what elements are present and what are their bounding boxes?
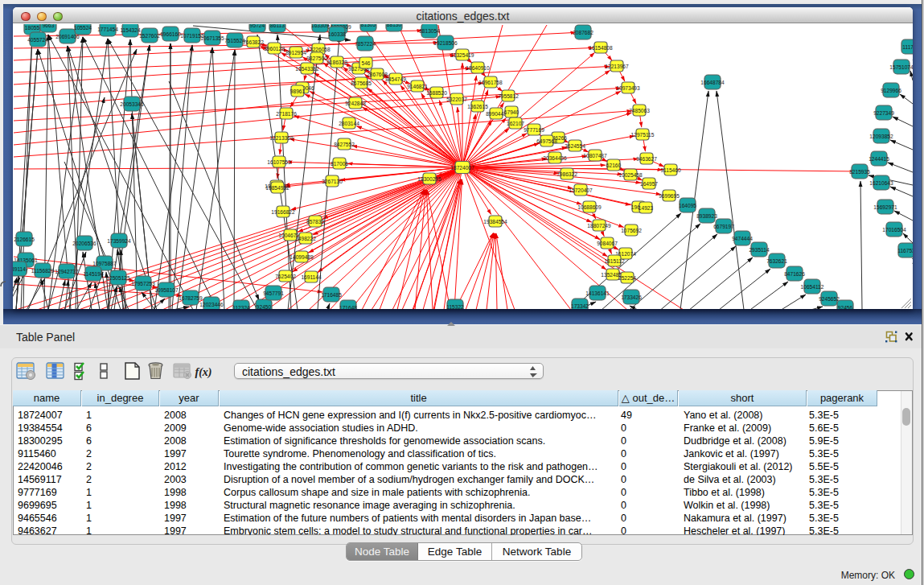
svg-text:12023446: 12023446 <box>199 302 224 307</box>
svg-text:16782759: 16782759 <box>179 295 203 301</box>
svg-text:1362615: 1362615 <box>467 104 488 109</box>
svg-text:18640910: 18640910 <box>466 65 490 71</box>
svg-text:20053346: 20053346 <box>120 101 144 107</box>
svg-text:9129966: 9129966 <box>881 88 901 93</box>
svg-text:171648: 171648 <box>339 305 357 309</box>
svg-text:39114: 39114 <box>13 266 26 272</box>
svg-text:8912954: 8912954 <box>285 50 306 56</box>
svg-text:19384554: 19384554 <box>483 219 507 225</box>
svg-text:9084067: 9084067 <box>597 241 618 246</box>
svg-text:15751074: 15751074 <box>889 64 913 70</box>
svg-text:81305: 81305 <box>361 24 376 27</box>
svg-text:105524: 105524 <box>74 25 92 31</box>
svg-text:162107: 162107 <box>507 121 524 126</box>
svg-text:10807487: 10807487 <box>583 153 607 159</box>
svg-text:817006: 817006 <box>331 161 348 167</box>
svg-text:10975887: 10975887 <box>92 261 117 266</box>
svg-text:10671355: 10671355 <box>200 35 224 41</box>
svg-text:7663822: 7663822 <box>243 39 264 45</box>
svg-text:95724: 95724 <box>250 24 265 28</box>
svg-text:14923: 14923 <box>639 205 654 211</box>
svg-text:18300295: 18300295 <box>417 176 441 182</box>
svg-text:160338: 160338 <box>328 31 346 37</box>
svg-text:7857224: 7857224 <box>355 41 376 47</box>
svg-text:9474444: 9474444 <box>732 236 753 241</box>
svg-text:3267130: 3267130 <box>322 179 343 184</box>
svg-text:17359924: 17359924 <box>107 238 131 244</box>
svg-text:12942737: 12942737 <box>55 269 79 274</box>
svg-text:1691144: 1691144 <box>301 274 322 280</box>
svg-text:9245652: 9245652 <box>819 296 840 302</box>
svg-text:163309: 163309 <box>311 24 329 28</box>
svg-text:11325419: 11325419 <box>451 52 474 58</box>
svg-text:8675685: 8675685 <box>351 80 372 86</box>
svg-text:92450: 92450 <box>257 304 272 309</box>
svg-text:1588520: 1588520 <box>426 90 447 96</box>
svg-text:9699695: 9699695 <box>659 193 680 199</box>
svg-text:9242848: 9242848 <box>345 101 366 106</box>
svg-text:8813054: 8813054 <box>419 28 440 34</box>
svg-text:17957253: 17957253 <box>131 281 155 286</box>
svg-text:2718176: 2718176 <box>276 111 297 117</box>
svg-text:6679197: 6679197 <box>713 224 734 229</box>
svg-text:164095: 164095 <box>679 203 696 208</box>
svg-text:12975115: 12975115 <box>631 132 655 138</box>
svg-text:7955812: 7955812 <box>498 93 519 99</box>
svg-text:8454749: 8454749 <box>385 76 406 82</box>
svg-text:9457791: 9457791 <box>263 290 284 296</box>
svg-text:6966160: 6966160 <box>160 31 181 37</box>
svg-text:1716485: 1716485 <box>321 292 342 298</box>
svg-text:20364436: 20364436 <box>543 155 567 161</box>
svg-text:16543382: 16543382 <box>295 66 319 72</box>
svg-text:19218506: 19218506 <box>433 40 458 46</box>
svg-text:16210643: 16210643 <box>869 180 893 186</box>
svg-text:8471626: 8471626 <box>784 271 805 277</box>
svg-text:2087682: 2087682 <box>573 30 593 35</box>
svg-text:2803144: 2803144 <box>339 121 359 126</box>
svg-text:8215935: 8215935 <box>849 169 870 175</box>
svg-text:f(x): f(x) <box>195 366 212 379</box>
svg-text:3624554: 3624554 <box>565 143 585 149</box>
svg-text:16648784: 16648784 <box>700 80 725 85</box>
svg-text:86113: 86113 <box>270 24 285 28</box>
svg-text:98961: 98961 <box>290 89 306 94</box>
svg-text:12213967: 12213967 <box>605 64 629 69</box>
svg-text:16961758: 16961758 <box>478 80 503 85</box>
svg-text:13226058: 13226058 <box>306 47 331 52</box>
svg-text:1733426: 1733426 <box>621 295 642 300</box>
svg-text:19854932: 19854932 <box>265 185 290 191</box>
svg-text:18807249: 18807249 <box>587 223 611 229</box>
svg-text:16154808: 16154808 <box>589 45 613 51</box>
svg-text:9777169: 9777169 <box>524 127 544 133</box>
svg-text:3498222: 3498222 <box>295 236 316 241</box>
svg-text:12093852: 12093852 <box>869 134 893 139</box>
svg-text:5322037: 5322037 <box>446 97 467 102</box>
svg-text:7625402: 7625402 <box>275 274 296 279</box>
svg-text:1244415: 1244415 <box>869 156 889 162</box>
svg-text:16107553: 16107553 <box>267 159 291 165</box>
svg-text:12505125: 12505125 <box>106 275 130 281</box>
svg-text:11156829: 11156829 <box>31 268 55 274</box>
svg-text:2126615: 2126615 <box>14 237 35 242</box>
svg-text:7632621: 7632621 <box>766 258 787 264</box>
svg-text:1815112: 1815112 <box>604 258 625 264</box>
svg-text:15692971: 15692971 <box>873 204 897 210</box>
svg-text:1154324: 1154324 <box>120 27 141 33</box>
svg-text:116753: 116753 <box>897 248 913 253</box>
svg-text:10958107: 10958107 <box>154 287 179 293</box>
svg-text:7986322: 7986322 <box>556 171 577 177</box>
svg-text:67940: 67940 <box>504 109 519 115</box>
svg-text:10973493: 10973493 <box>616 85 640 91</box>
svg-text:2935114: 2935114 <box>749 247 770 253</box>
svg-text:19166822: 19166822 <box>271 209 295 215</box>
svg-text:1145194: 1145194 <box>83 271 104 277</box>
svg-text:164957: 164957 <box>640 181 658 187</box>
svg-text:11173: 11173 <box>902 44 913 50</box>
svg-text:9115460: 9115460 <box>660 167 681 173</box>
svg-text:18055: 18055 <box>25 25 40 31</box>
svg-text:8938923: 8938923 <box>696 213 717 219</box>
svg-text:1527602: 1527602 <box>139 33 160 39</box>
svg-text:112324: 112324 <box>232 305 250 309</box>
svg-text:6497568: 6497568 <box>536 138 557 144</box>
svg-text:10025458: 10025458 <box>618 172 643 178</box>
